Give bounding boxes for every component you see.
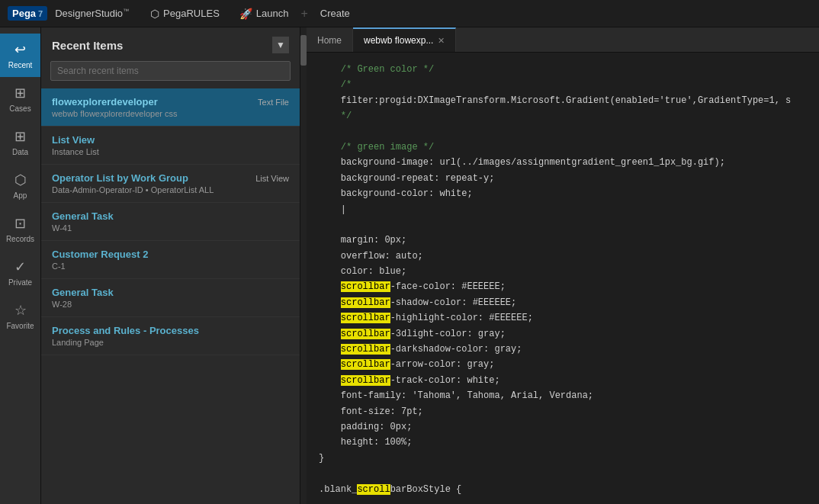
recent-collapse-button[interactable]: ▼	[272, 37, 289, 53]
recent-header: Recent Items ▼	[41, 27, 300, 61]
recent-item-top: General Task	[52, 287, 289, 298]
scroll-thumb[interactable]	[300, 35, 307, 66]
sidebar-item-data-label: Data	[12, 148, 28, 156]
recent-item-sub: C-1	[52, 262, 289, 271]
highlight-scroll8: scroll	[357, 484, 390, 495]
code-line: /*	[319, 77, 807, 92]
pegarules-label: PegaRULES	[163, 8, 220, 19]
recent-item-top: Process and Rules - Processes	[52, 325, 289, 336]
content-area: Home webwb flowexp... ✕ /* Green color *…	[307, 27, 819, 504]
sidebar-item-favorite-label: Favorite	[6, 322, 34, 330]
highlight-scroll4: scrollbar	[341, 329, 390, 339]
search-box	[50, 61, 291, 81]
code-line: scrollbar-arrow-color: gray;	[319, 357, 807, 372]
recent-title: Recent Items	[52, 39, 123, 52]
sidebar-item-app[interactable]: ⬡ App	[0, 164, 40, 207]
list-item[interactable]: Process and Rules - Processes Landing Pa…	[41, 317, 300, 355]
sidebar-item-private-label: Private	[8, 278, 32, 287]
sidebar-item-cases[interactable]: ⊞ Cases	[0, 77, 40, 120]
code-line: scrollbar-shadow-color: #EEEEEE;	[319, 295, 807, 310]
list-item[interactable]: Operator List by Work Group List View Da…	[41, 165, 300, 203]
code-line: /* Green color */	[319, 62, 807, 77]
recent-item-name: Operator List by Work Group	[52, 172, 188, 184]
app-icon: ⬡	[14, 172, 27, 188]
sidebar-item-records[interactable]: ⊡ Records	[0, 207, 40, 251]
launch-label: Launch	[256, 8, 289, 19]
tab-flowexp-label: webwb flowexp...	[364, 35, 433, 46]
code-line: /* green image */	[319, 140, 807, 155]
highlight-scroll6: scrollbar	[341, 359, 390, 370]
code-editor[interactable]: /* Green color */ /* filter:progid:DXIma…	[307, 53, 819, 504]
list-item[interactable]: Customer Request 2 C-1	[41, 241, 300, 279]
list-item[interactable]: List View Instance List	[41, 127, 300, 165]
code-line: font-size: 7pt;	[319, 404, 807, 419]
code-line: background-repeat: repeat-y;	[319, 171, 807, 186]
sidebar-item-recent-label: Recent	[8, 61, 33, 69]
sidebar-item-recent[interactable]: ↩ Recent	[0, 34, 40, 77]
highlight-scroll5: scrollbar	[341, 344, 390, 355]
create-nav[interactable]: Create	[313, 0, 358, 27]
recent-item-name: flowexplorerdeveloper	[52, 96, 158, 108]
recent-item-type: List View	[255, 174, 289, 183]
launch-icon: 🚀	[239, 8, 252, 20]
sidebar-item-app-label: App	[14, 191, 27, 200]
recent-item-top: flowexplorerdeveloper Text File	[52, 96, 289, 108]
recent-item-sub: webwb flowexplorerdeveloper css	[52, 109, 289, 118]
recent-item-name: List View	[52, 134, 95, 146]
code-line: color: blue;	[319, 264, 807, 279]
sidebar-item-private[interactable]: ✓ Private	[0, 251, 40, 294]
top-nav: Pega 7 DesignerStudio™ ⬡ PegaRULES 🚀 Lau…	[0, 0, 819, 27]
code-line: font-family: 'Tahoma', Tahoma, Arial, Ve…	[319, 388, 807, 403]
code-line	[319, 124, 807, 140]
code-line: background-image: url(../images/assignme…	[319, 155, 807, 170]
recent-item-type: Text File	[258, 98, 289, 107]
cases-icon: ⊞	[14, 85, 26, 101]
tab-home-label: Home	[317, 35, 342, 46]
launch-nav[interactable]: 🚀 Launch	[232, 0, 297, 27]
recent-item-sub: Instance List	[52, 147, 289, 156]
tab-flowexp[interactable]: webwb flowexp... ✕	[353, 27, 456, 52]
highlight-scroll7: scrollbar	[341, 375, 390, 386]
recent-item-top: General Task	[52, 210, 289, 222]
recent-item-sub: W-41	[52, 223, 289, 233]
nav-separator: +	[300, 7, 307, 21]
recent-panel: Recent Items ▼ flowexplorerdeveloper Tex…	[41, 27, 300, 504]
code-line: scrollbar-face-color: #EEEEEE;	[319, 279, 807, 294]
code-line: background-color: white;	[319, 186, 807, 201]
code-line: scrollbar-darkshadow-color: gray;	[319, 342, 807, 357]
tab-home[interactable]: Home	[307, 29, 353, 52]
list-item[interactable]: General Task W-41	[41, 203, 300, 241]
code-line: overflow: auto;	[319, 249, 807, 264]
panel-scrollbar[interactable]	[300, 27, 307, 504]
recent-item-name: Process and Rules - Processes	[52, 325, 199, 336]
code-line: scrollbar-highlight-color: #EEEEEE;	[319, 310, 807, 326]
pega-logo[interactable]: Pega 7	[8, 6, 47, 21]
pegarules-nav[interactable]: ⬡ PegaRULES	[143, 0, 227, 27]
code-line: height: 100%;	[319, 435, 807, 450]
sidebar-item-data[interactable]: ⊞ Data	[0, 120, 40, 164]
sidebar-item-favorite[interactable]: ☆ Favorite	[0, 294, 40, 338]
code-line	[319, 202, 807, 217]
recent-item-top: Operator List by Work Group List View	[52, 172, 289, 184]
tab-bar: Home webwb flowexp... ✕	[307, 27, 819, 53]
tab-close-icon[interactable]: ✕	[438, 36, 445, 46]
recent-list: flowexplorerdeveloper Text File webwb fl…	[41, 88, 300, 504]
records-icon: ⊡	[14, 215, 26, 232]
code-line: }	[319, 451, 807, 466]
recent-icon: ↩	[14, 41, 26, 58]
code-line: scrollbar-3dlight-color: gray;	[319, 326, 807, 342]
search-input[interactable]	[50, 61, 291, 81]
code-line: margin: 0px;	[319, 233, 807, 248]
list-item[interactable]: General Task W-28	[41, 279, 300, 317]
recent-item-name: General Task	[52, 287, 114, 298]
recent-item-name: Customer Request 2	[52, 249, 148, 260]
highlight-scroll2: scrollbar	[341, 297, 390, 308]
recent-item-sub: Landing Page	[52, 338, 289, 347]
code-line	[319, 466, 807, 481]
list-item[interactable]: flowexplorerdeveloper Text File webwb fl…	[41, 88, 300, 127]
sidebar-item-cases-label: Cases	[9, 104, 31, 113]
recent-item-name: General Task	[52, 210, 114, 222]
code-line: scrollbar-track-color: white;	[319, 373, 807, 388]
icon-sidebar: ↩ Recent ⊞ Cases ⊞ Data ⬡ App ⊡ Records …	[0, 27, 41, 504]
pega-logo-text: Pega	[12, 8, 36, 19]
